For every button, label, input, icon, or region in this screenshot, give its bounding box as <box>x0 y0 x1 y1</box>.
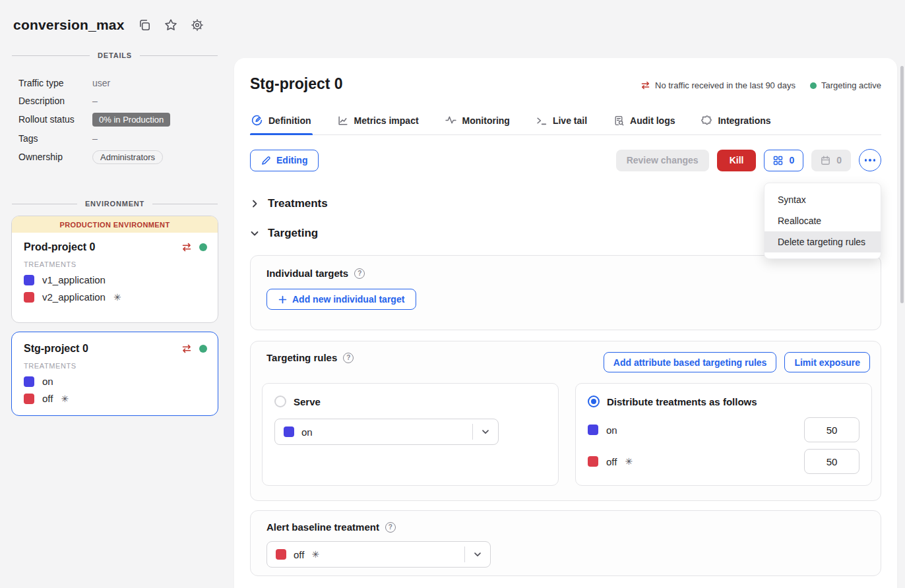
menu-item-delete-targeting-rules[interactable]: Delete targeting rules <box>765 231 881 252</box>
treatments-label: TREATMENTS <box>24 362 207 370</box>
chart-icon <box>338 115 348 126</box>
tab-audit-logs[interactable]: Audit logs <box>612 115 676 134</box>
environment-active-dot <box>199 243 207 251</box>
more-actions-menu: Syntax Reallocate Delete targeting rules <box>764 183 881 259</box>
targeting-status-text: Targeting active <box>821 80 881 90</box>
distribution-percent-input-off[interactable] <box>804 449 859 474</box>
kill-button[interactable]: Kill <box>717 150 757 171</box>
limit-exposure-label: Limit exposure <box>794 357 860 368</box>
treatment-name: on <box>606 425 617 436</box>
detail-row-tags: Tags – <box>18 129 234 147</box>
default-treatment-marker: ✳ <box>625 456 633 467</box>
editing-label: Editing <box>276 155 307 165</box>
tab-label: Metrics impact <box>354 115 419 126</box>
tab-live-tail[interactable]: Live tail <box>535 115 588 134</box>
audit-log-icon <box>613 115 624 126</box>
help-icon[interactable] <box>343 353 354 363</box>
detail-label: Tags <box>18 133 92 144</box>
add-individual-target-label: Add new individual target <box>292 294 404 305</box>
star-icon[interactable] <box>164 18 177 32</box>
limit-exposure-button[interactable]: Limit exposure <box>784 352 870 372</box>
serve-radio[interactable] <box>274 396 286 407</box>
detail-row-traffic-type: Traffic type user <box>18 74 234 92</box>
chevron-down-icon <box>250 229 259 238</box>
detail-value: – <box>92 133 98 144</box>
treatment-row: v1_application <box>24 274 207 285</box>
help-icon[interactable] <box>385 522 396 533</box>
environment-active-dot <box>199 345 207 353</box>
grid-icon <box>773 156 783 165</box>
individual-targets-card: Individual targets Add new individual ta… <box>250 255 881 330</box>
detail-label: Ownership <box>18 152 92 162</box>
scrollbar-thumb[interactable] <box>900 66 904 303</box>
env-card-prod-project[interactable]: PRODUCTION ENVIRONMENT Prod-project 0 TR… <box>11 216 218 323</box>
kill-label: Kill <box>730 155 744 165</box>
alert-baseline-title: Alert baseline treatment <box>266 521 379 533</box>
menu-item-syntax[interactable]: Syntax <box>765 189 881 210</box>
alert-baseline-selected-treatment: off <box>294 549 304 560</box>
treatments-section-title: Treatments <box>268 197 328 210</box>
treatment-name: v1_application <box>42 274 106 285</box>
add-attribute-rules-button[interactable]: Add attribute based targeting rules <box>604 352 777 372</box>
gear-icon[interactable] <box>191 18 204 32</box>
versions-count-button[interactable]: 0 <box>764 150 803 171</box>
tab-metrics-impact[interactable]: Metrics impact <box>336 115 420 134</box>
rollout-status-badge: 0% in Production <box>92 113 170 127</box>
production-environment-banner: PRODUCTION ENVIRONMENT <box>12 216 218 233</box>
environment-heading: ENVIRONMENT <box>85 200 144 208</box>
env-card-stg-project[interactable]: Stg-project 0 TREATMENTS on off ✳ <box>11 332 218 416</box>
targeting-rules-card: Targeting rules Add attribute based targ… <box>250 341 881 501</box>
menu-item-reallocate[interactable]: Reallocate <box>765 210 881 231</box>
traffic-status: No traffic received in the last 90 days <box>640 80 796 90</box>
detail-row-ownership: Ownership Administrators <box>18 147 234 167</box>
distribution-row: off ✳ <box>588 449 859 474</box>
serve-label: Serve <box>294 396 321 407</box>
editing-button[interactable]: Editing <box>250 150 319 171</box>
treatment-swatch-blue <box>588 425 598 435</box>
treatment-swatch-red <box>24 394 34 404</box>
detail-row-rollout-status: Rollout status 0% in Production <box>18 109 234 129</box>
swap-arrows-icon <box>181 344 192 353</box>
treatment-swatch-blue <box>24 376 34 387</box>
detail-label: Description <box>18 96 92 106</box>
calendar-icon <box>821 156 830 165</box>
treatment-row: off ✳ <box>24 393 207 404</box>
help-icon[interactable] <box>354 268 365 279</box>
more-actions-button[interactable] <box>859 149 881 171</box>
ownership-pill[interactable]: Administrators <box>92 150 163 164</box>
treatment-row: on <box>24 376 207 387</box>
versions-count: 0 <box>789 155 794 165</box>
detail-value: – <box>92 96 98 106</box>
schedule-count-button[interactable]: 0 <box>811 150 851 171</box>
targeting-section-title: Targeting <box>268 227 318 240</box>
add-individual-target-button[interactable]: Add new individual target <box>266 289 416 310</box>
treatment-swatch-blue <box>284 426 294 437</box>
distribution-percent-input-on[interactable] <box>804 417 859 442</box>
page-title: Stg-project 0 <box>250 75 343 93</box>
alert-baseline-select[interactable]: off ✳ <box>266 541 491 568</box>
distribute-radio[interactable] <box>588 396 600 407</box>
plus-icon <box>278 295 287 304</box>
review-changes-button[interactable]: Review changes <box>616 150 709 171</box>
detail-row-description: Description – <box>18 92 234 109</box>
default-treatment-marker: ✳ <box>113 292 121 303</box>
tab-definition[interactable]: Definition <box>250 115 313 134</box>
treatment-name: off <box>606 456 617 467</box>
distribution-row: on <box>588 417 859 442</box>
treatment-name: v2_application <box>42 291 106 303</box>
detail-value: user <box>92 78 110 88</box>
distribute-label: Distribute treatments as follows <box>607 396 757 407</box>
tab-monitoring[interactable]: Monitoring <box>444 115 511 134</box>
copy-icon[interactable] <box>138 18 151 32</box>
puzzle-icon <box>701 115 712 126</box>
chevron-down-icon <box>473 427 498 436</box>
treatment-swatch-red <box>276 549 286 560</box>
tab-bar: Definition Metrics impact Monitoring <box>250 115 881 135</box>
review-changes-label: Review changes <box>627 155 699 165</box>
tab-integrations[interactable]: Integrations <box>700 115 772 134</box>
terminal-icon <box>536 116 547 125</box>
details-heading: DETAILS <box>98 51 132 59</box>
environment-divider: ENVIRONMENT <box>12 200 218 208</box>
serve-treatment-select[interactable]: on <box>274 419 499 445</box>
individual-targets-title: Individual targets <box>266 268 348 279</box>
